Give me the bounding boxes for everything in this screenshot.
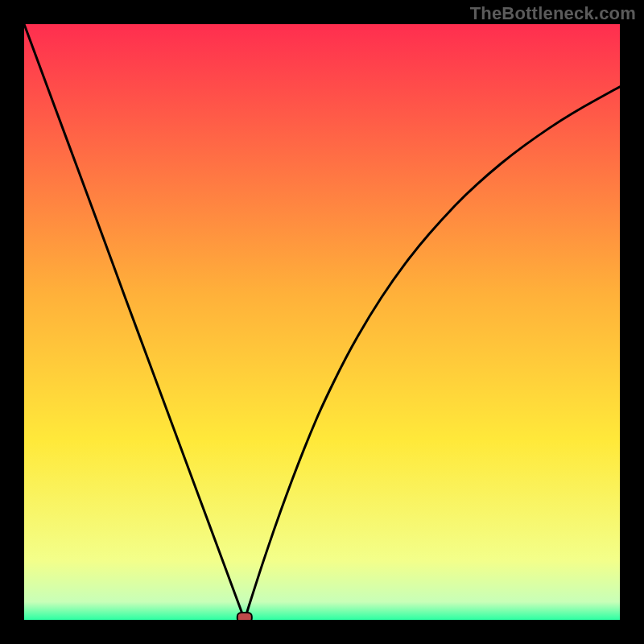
chart-frame: TheBottleneck.com [0, 0, 644, 644]
watermark-text: TheBottleneck.com [470, 3, 636, 24]
plot-area [24, 24, 620, 620]
minimum-marker [237, 613, 252, 620]
gradient-background [24, 24, 620, 620]
chart-svg [24, 24, 620, 620]
